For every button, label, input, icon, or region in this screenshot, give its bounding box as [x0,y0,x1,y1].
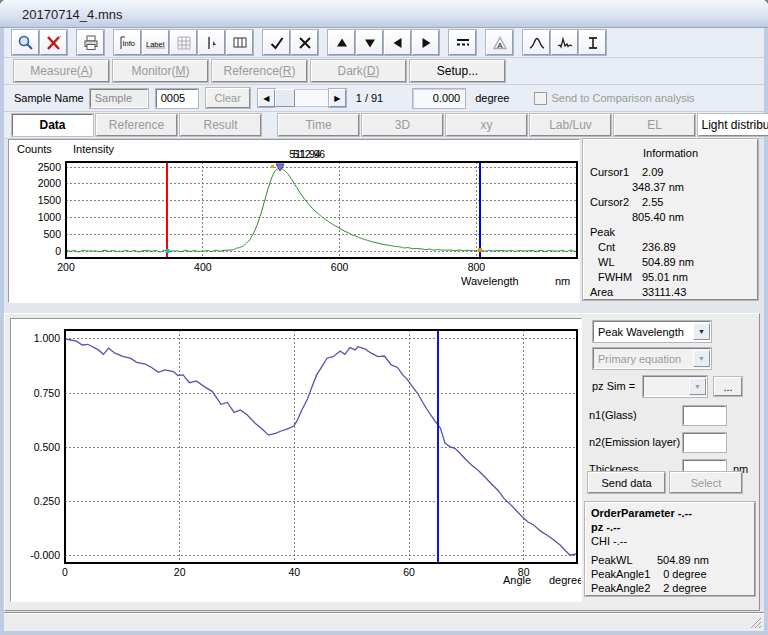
n2-input[interactable] [683,433,726,452]
n1-label: n1(Glass) [589,409,637,421]
comparison-checkbox-label: Send to Comparison analysis [552,92,695,104]
svg-text:Counts: Counts [17,143,52,155]
zoom-cancel-button[interactable] [40,30,67,55]
sample-name-label: Sample Name [14,92,84,104]
move-left-button[interactable] [384,30,411,55]
tab-light-distributi[interactable]: Light distributi [698,114,768,136]
svg-text:20: 20 [174,566,186,578]
info-row: Cursor12.09 [590,165,751,180]
sample-number-input[interactable]: 0005 [156,89,198,108]
smooth-curve-button[interactable] [523,30,550,55]
measure-tab-measure-a-: Measure(A) [14,60,109,82]
info-row: Area33111.43 [590,285,751,300]
peak-wavelength-combo[interactable]: Peak Wavelength ▼ [593,321,711,342]
equation-combo-value: Primary equation [598,353,681,365]
toolbar: InfoLabelA [4,28,764,58]
svg-text:40: 40 [288,566,300,578]
client-area: 05001000150020002500200400600800CountsIn… [4,139,764,612]
svg-text:0.250: 0.250 [34,495,60,507]
measure-tab-setup-[interactable]: Setup... [410,60,505,82]
svg-text:600: 600 [331,261,349,273]
label-toggle-button[interactable]: Label [142,30,169,55]
record-scrollbar: ◀ ▶ [258,89,346,107]
sample-name-input[interactable]: Sample [90,89,148,108]
info-row: Cursor22.55 [590,195,751,210]
move-down-button[interactable] [356,30,383,55]
svg-text:500: 500 [43,228,61,240]
svg-text:Intensity: Intensity [73,143,114,155]
svg-text:Label: Label [146,39,165,48]
svg-text:200: 200 [57,261,75,273]
svg-text:60: 60 [403,566,415,578]
zoom-button[interactable] [12,30,39,55]
info-row: 348.37 nm [590,180,751,195]
angle-chart-panel: 1.0000.7500.5000.250-0.000020406080Angle… [10,318,582,602]
title-bar[interactable]: 20170714_4.mns [0,0,768,28]
order-parameter-line: OrderParameter -.-- [591,506,749,520]
measure-tab-dark-d-: Dark(D) [311,60,406,82]
annotation-button: A [486,30,513,55]
svg-text:2500: 2500 [38,161,62,173]
chevron-down-icon: ▼ [693,350,710,367]
svg-text:0.500: 0.500 [34,441,60,453]
scroll-right-button[interactable]: ▶ [329,89,346,107]
svg-text:degree: degree [549,574,581,586]
information-rows: Cursor12.09348.37 nmCursor22.55805.40 nm… [590,165,751,300]
curve-icon [528,34,546,52]
info-row: FWHM95.01 nm [590,270,751,285]
print-button[interactable] [77,30,104,55]
red-cross-icon [45,34,63,52]
equation-combo: Primary equation ▼ [593,348,711,369]
resize-grip[interactable] [749,616,762,629]
arrow-left-icon [389,34,407,52]
cursor-tool-button[interactable] [198,30,225,55]
svg-text:0.750: 0.750 [34,387,60,399]
scrollbar-thumb[interactable] [275,89,295,107]
n1-input[interactable] [683,406,726,425]
tab-reference: Reference [96,114,177,136]
info-row: Peak [590,225,751,240]
peak-wavelength-combo-value: Peak Wavelength [598,326,684,338]
pz-line: pz -.-- [591,520,749,534]
columns-view-button[interactable] [226,30,253,55]
accept-button[interactable] [263,30,290,55]
noisy-curve-icon [556,34,574,52]
peak-ratio-line-clipped: PeakRatio1.00 [591,595,749,596]
record-index: 1 / 91 [356,92,384,104]
reject-button[interactable] [291,30,318,55]
send-data-button[interactable]: Send data [588,472,665,493]
arrow-up-icon [333,34,351,52]
comparison-checkbox[interactable] [534,92,547,105]
analysis-controls: Peak Wavelength ▼ Primary equation ▼ pz … [583,314,759,610]
tab-el: EL [614,114,695,136]
grid-icon [175,34,193,52]
data-tab-row: DataReferenceResultTime3DxyLab/LuvELLigh… [4,112,764,139]
svg-text:1500: 1500 [38,194,62,206]
baseline-tool-button[interactable] [579,30,606,55]
raw-curve-button[interactable] [551,30,578,55]
list-view-button[interactable] [449,30,476,55]
svg-text:A: A [497,40,503,49]
tab-time: Time [278,114,359,136]
tab-data[interactable]: Data [12,114,93,136]
move-up-button[interactable] [328,30,355,55]
info-row: WL504.89 nm [590,255,751,270]
scroll-left-button[interactable]: ◀ [258,89,275,107]
results-panel: OrderParameter -.-- pz -.-- CHI -.-- Pea… [585,502,755,596]
svg-text:0: 0 [62,566,68,578]
printer-icon [82,34,100,52]
information-panel: Information Cursor12.09348.37 nmCursor22… [583,139,758,300]
chevron-down-icon: ▼ [693,323,710,340]
tab-lab-luv: Lab/Luv [530,114,611,136]
svg-text:1000: 1000 [38,211,62,223]
svg-text:800: 800 [468,261,486,273]
angle-unit-label: degree [475,92,509,104]
scrollbar-track[interactable] [295,89,329,107]
browse-button[interactable]: ... [714,377,742,396]
peak-angle1-line: PeakAngle1 0 degree [591,567,749,581]
svg-text:0: 0 [55,245,61,257]
spectrum-series [66,168,577,252]
ibeam-icon [584,34,602,52]
info-toggle-button[interactable]: Info [114,30,141,55]
move-right-button[interactable] [412,30,439,55]
